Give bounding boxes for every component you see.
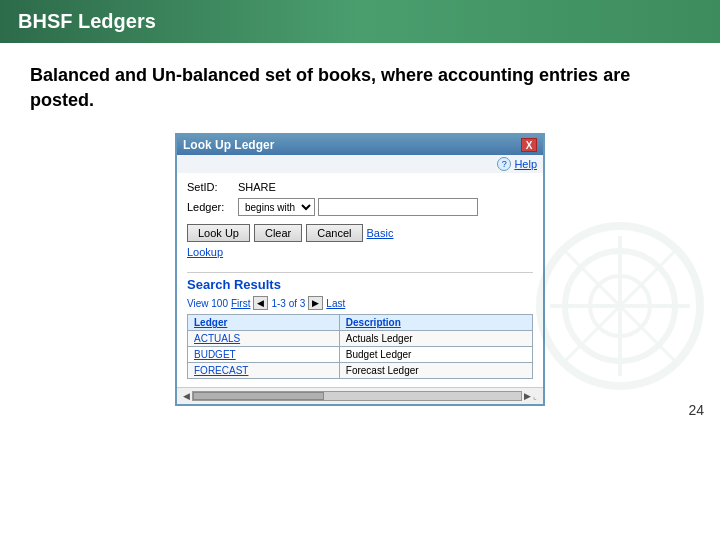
- main-content: Balanced and Un-balanced set of books, w…: [0, 43, 720, 426]
- ledger-row: Ledger: begins with: [187, 198, 533, 216]
- results-table: Ledger Description ACTUALSActuals Ledger…: [187, 314, 533, 379]
- col-ledger[interactable]: Ledger: [188, 315, 340, 331]
- setid-label: SetID:: [187, 181, 232, 193]
- prev-button[interactable]: ◀: [253, 296, 268, 310]
- header: BHSF Ledgers: [0, 0, 720, 43]
- dialog-body: SetID: SHARE Ledger: begins with Look U: [177, 173, 543, 272]
- view-label: View 100: [187, 298, 228, 309]
- description-cell: Budget Ledger: [339, 347, 532, 363]
- ledger-cell[interactable]: FORECAST: [188, 363, 340, 379]
- table-row: BUDGETBudget Ledger: [188, 347, 533, 363]
- setid-value: SHARE: [238, 181, 276, 193]
- resize-handle[interactable]: ⌞: [533, 392, 537, 401]
- action-buttons-row: Look Up Clear Cancel Basic: [187, 224, 533, 242]
- next-button[interactable]: ▶: [308, 296, 323, 310]
- lookup-dialog: Look Up Ledger X ? Help SetID: SHARE Led…: [175, 133, 545, 406]
- basic-lookup-link[interactable]: Lookup: [187, 246, 223, 258]
- ledger-input[interactable]: [318, 198, 478, 216]
- search-results-title: Search Results: [187, 272, 533, 292]
- description-cell: Actuals Ledger: [339, 331, 532, 347]
- basic-lookup-row: Lookup: [187, 246, 533, 258]
- help-link[interactable]: Help: [514, 158, 537, 170]
- help-icon: ?: [497, 157, 511, 171]
- basic-link[interactable]: Basic: [367, 227, 394, 239]
- ledger-label: Ledger:: [187, 201, 232, 213]
- range-label: 1-3 of 3: [271, 298, 305, 309]
- ledger-cell[interactable]: BUDGET: [188, 347, 340, 363]
- last-link[interactable]: Last: [326, 298, 345, 309]
- scroll-thumb[interactable]: [193, 392, 324, 400]
- description-text: Balanced and Un-balanced set of books, w…: [30, 63, 690, 113]
- ledger-dropdown[interactable]: begins with: [238, 198, 315, 216]
- ledger-input-group: begins with: [238, 198, 478, 216]
- col-description[interactable]: Description: [339, 315, 532, 331]
- close-button[interactable]: X: [521, 138, 537, 152]
- scroll-track[interactable]: [192, 391, 522, 401]
- search-results-section: Search Results View 100 First ◀ 1-3 of 3…: [177, 272, 543, 387]
- table-row: FORECASTForecast Ledger: [188, 363, 533, 379]
- ledger-cell[interactable]: ACTUALS: [188, 331, 340, 347]
- scroll-left-arrow[interactable]: ◀: [183, 391, 190, 401]
- scroll-right-arrow[interactable]: ▶: [524, 391, 531, 401]
- page-number: 24: [688, 402, 704, 418]
- lookup-button[interactable]: Look Up: [187, 224, 250, 242]
- first-link[interactable]: First: [231, 298, 250, 309]
- scrollbar-area: ◀ ▶ ⌞: [177, 387, 543, 404]
- dialog-titlebar: Look Up Ledger X: [177, 135, 543, 155]
- dialog-title: Look Up Ledger: [183, 138, 274, 152]
- setid-row: SetID: SHARE: [187, 181, 533, 193]
- cancel-button[interactable]: Cancel: [306, 224, 362, 242]
- help-row: ? Help: [177, 155, 543, 173]
- clear-button[interactable]: Clear: [254, 224, 302, 242]
- results-nav: View 100 First ◀ 1-3 of 3 ▶ Last: [187, 296, 533, 310]
- dialog-wrapper: Look Up Ledger X ? Help SetID: SHARE Led…: [30, 133, 690, 406]
- table-row: ACTUALSActuals Ledger: [188, 331, 533, 347]
- page-title: BHSF Ledgers: [18, 10, 156, 33]
- description-cell: Forecast Ledger: [339, 363, 532, 379]
